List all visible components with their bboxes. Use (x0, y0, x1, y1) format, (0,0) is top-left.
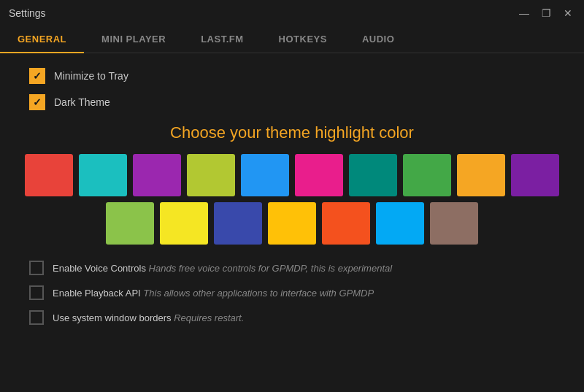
swatch-cyan[interactable] (79, 154, 127, 196)
minimize-tray-row: Minimize to Tray (29, 68, 555, 84)
swatch-pink[interactable] (295, 154, 343, 196)
swatch-blue[interactable] (241, 154, 289, 196)
maximize-button[interactable]: ❐ (539, 6, 553, 20)
bottom-options: Enable Voice Controls Hands free voice c… (29, 261, 555, 325)
swatch-purple[interactable] (133, 154, 181, 196)
tab-general[interactable]: GENERAL (0, 26, 84, 53)
tab-hotkeys[interactable]: HOTKEYS (261, 26, 345, 53)
tab-last-fm[interactable]: LAST.FM (183, 26, 261, 53)
swatch-teal[interactable] (349, 154, 397, 196)
dark-theme-label: Dark Theme (54, 96, 110, 108)
swatches-row-2 (29, 202, 555, 245)
swatch-orange[interactable] (457, 154, 505, 196)
swatch-red[interactable] (25, 154, 73, 196)
voice-controls-row: Enable Voice Controls Hands free voice c… (29, 261, 555, 275)
system-borders-label: Use system window borders Requires resta… (53, 312, 244, 323)
minimize-button[interactable]: — (517, 6, 531, 20)
swatch-green[interactable] (403, 154, 451, 196)
swatch-brown[interactable] (430, 202, 478, 245)
dark-theme-checkbox[interactable] (29, 94, 45, 110)
swatch-deep-orange[interactable] (322, 202, 370, 245)
minimize-tray-checkbox[interactable] (29, 68, 45, 84)
tab-mini-player[interactable]: MINI PLAYER (84, 26, 183, 53)
swatches-row-1 (29, 154, 555, 196)
window-controls: — ❐ ✕ (517, 6, 575, 20)
swatch-light-blue[interactable] (376, 202, 424, 245)
voice-controls-checkbox[interactable] (29, 261, 44, 275)
system-borders-row: Use system window borders Requires resta… (29, 310, 555, 325)
swatch-violet[interactable] (511, 154, 559, 196)
swatch-amber[interactable] (268, 202, 316, 245)
theme-color-title: Choose your theme highlight color (29, 123, 555, 142)
system-borders-checkbox[interactable] (29, 310, 44, 325)
close-button[interactable]: ✕ (561, 6, 575, 20)
theme-color-section: Choose your theme highlight color (29, 123, 555, 245)
tab-audio[interactable]: AUDIO (345, 26, 412, 53)
title-bar: Settings — ❐ ✕ (0, 0, 584, 26)
swatch-yellow-green[interactable] (106, 202, 154, 245)
playback-api-checkbox[interactable] (29, 285, 44, 300)
playback-api-label: Enable Playback API This allows other ap… (53, 288, 374, 299)
swatch-indigo[interactable] (214, 202, 262, 245)
swatch-yellow[interactable] (160, 202, 208, 245)
dark-theme-row: Dark Theme (29, 94, 555, 110)
settings-content: Minimize to Tray Dark Theme Choose your … (0, 53, 584, 350)
swatch-lime[interactable] (187, 154, 235, 196)
app-title: Settings (9, 7, 46, 19)
playback-api-row: Enable Playback API This allows other ap… (29, 285, 555, 300)
minimize-tray-label: Minimize to Tray (54, 70, 128, 82)
tab-bar: GENERAL MINI PLAYER LAST.FM HOTKEYS AUDI… (0, 26, 584, 53)
voice-controls-label: Enable Voice Controls Hands free voice c… (53, 263, 392, 274)
